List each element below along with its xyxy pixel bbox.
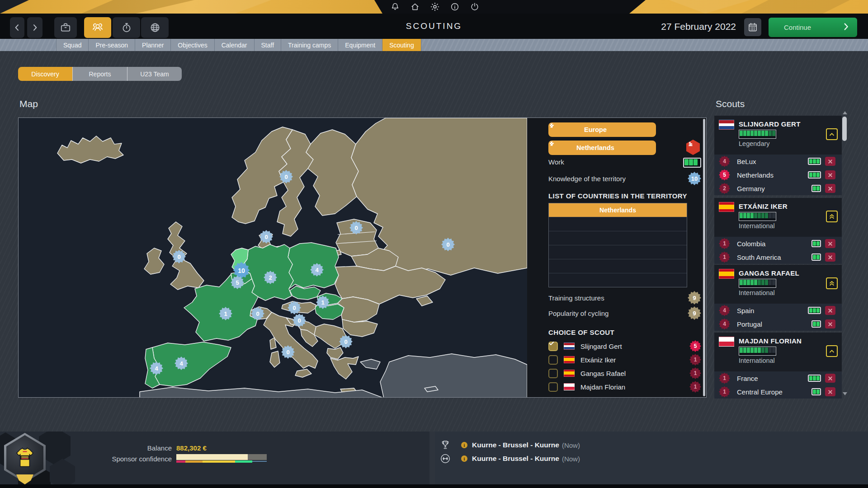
trophy-icon: 1 — [439, 439, 451, 451]
scout-mission-row: 1 Central Europe — [714, 385, 842, 399]
remove-mission-button[interactable] — [825, 374, 835, 383]
info-icon[interactable] — [449, 1, 460, 12]
bell-icon[interactable] — [390, 1, 401, 12]
country-list-item-empty — [549, 217, 687, 231]
tab-equipment[interactable]: Equipment — [338, 39, 382, 51]
calendar-icon-button[interactable] — [744, 18, 761, 36]
remove-mission-button[interactable] — [825, 170, 835, 179]
subtab-reports[interactable]: Reports — [73, 67, 127, 81]
region-selector[interactable]: Europe — [548, 122, 656, 137]
remove-mission-button[interactable] — [825, 157, 835, 166]
remove-mission-button[interactable] — [825, 253, 835, 262]
mission-progress-bar — [811, 185, 821, 192]
event-name[interactable]: Kuurne - Brussel - Kuurne — [472, 441, 559, 449]
scout-choice-name[interactable]: Slijngard Gert — [580, 343, 689, 350]
scout-choice-name[interactable]: Gangas Rafael — [580, 370, 689, 377]
team-briefcase-button[interactable] — [54, 17, 77, 38]
scouting-nav-button[interactable] — [84, 17, 111, 38]
remove-mission-button[interactable] — [825, 306, 835, 315]
remove-mission-button[interactable] — [825, 319, 835, 328]
scout-card-header[interactable]: GANGAS RAFAEL International — [714, 265, 842, 304]
country-list-item-empty — [549, 245, 687, 259]
scout-choice-count-badge: 1 — [689, 381, 701, 393]
tab-staff[interactable]: Staff — [255, 39, 282, 51]
tab-objectives[interactable]: Objectives — [171, 39, 214, 51]
scout-level: Legendary — [739, 140, 770, 147]
chevron-right-icon — [841, 22, 851, 33]
country-selector[interactable]: Netherlands — [548, 141, 656, 155]
settings-gear-icon[interactable] — [429, 1, 440, 12]
scout-choice-row: Slijngard Gert 5 — [548, 340, 701, 352]
balance-value: 882,302 € — [176, 444, 207, 452]
poland-flag-icon — [719, 337, 734, 347]
collapse-double-button[interactable] — [826, 211, 838, 222]
mission-count-badge: 4 — [719, 319, 730, 330]
scout-level: International — [739, 357, 775, 364]
scout-choice-name[interactable]: Etxániz Iker — [580, 356, 689, 364]
scout-mission-row: 2 Germany — [714, 182, 842, 195]
home-icon[interactable] — [410, 1, 420, 12]
balance-label: Balance — [81, 444, 172, 452]
subtab-discovery[interactable]: Discovery — [18, 67, 73, 81]
event-time: (Now) — [562, 455, 580, 463]
stopwatch-button[interactable] — [113, 17, 140, 38]
scroll-down-arrow[interactable] — [843, 392, 847, 395]
collapse-double-button[interactable] — [826, 277, 838, 289]
scouts-scrollbar-thumb[interactable] — [842, 117, 847, 141]
scout-card-header[interactable]: MAJDAN FLORIAN International — [714, 333, 842, 371]
scout-name: MAJDAN FLORIAN — [739, 337, 802, 345]
scout-checkbox[interactable] — [548, 355, 558, 365]
event-name[interactable]: Kuurne - Brussel - Kuurne — [472, 455, 559, 463]
back-button[interactable] — [10, 17, 24, 38]
country-list-item-empty — [549, 231, 687, 245]
spain-flag-icon — [564, 356, 575, 363]
forward-button[interactable] — [27, 17, 42, 38]
scout-skill-bar — [739, 279, 776, 288]
mission-territory: Portugal — [737, 320, 811, 328]
remove-mission-button[interactable] — [825, 239, 835, 248]
scout-choice-row: Etxániz Iker 1 — [548, 354, 701, 366]
country-list-item-selected[interactable]: Netherlands — [549, 203, 687, 217]
scout-checkbox[interactable] — [548, 342, 558, 351]
tab-training-camps[interactable]: Training camps — [281, 39, 338, 51]
europe-map[interactable]: 0 0 0 0 0 10 5 2 4 1 0 0 0 1 0 0 4 4 Eur… — [18, 117, 707, 398]
content-area: Discovery Reports U23 Team Map Scouts — [0, 51, 868, 432]
tab-pre-season[interactable]: Pre-season — [89, 39, 135, 51]
power-icon[interactable] — [469, 1, 480, 12]
map-scroll-bar[interactable] — [703, 119, 705, 396]
tab-calendar[interactable]: Calendar — [215, 39, 255, 51]
subtab-u23-team[interactable]: U23 Team — [127, 67, 182, 81]
tab-planner[interactable]: Planner — [135, 39, 171, 51]
scroll-up-arrow[interactable] — [843, 111, 847, 114]
mission-progress-bar — [808, 158, 821, 165]
remove-mission-button[interactable] — [825, 184, 835, 193]
work-label: Work — [548, 158, 564, 166]
knowledge-badge: 10 — [688, 172, 701, 185]
continue-button[interactable]: Continue — [769, 18, 857, 37]
scout-mission-row: 4 BeLux — [714, 155, 842, 168]
globe-button[interactable] — [141, 17, 169, 38]
country-report-icon[interactable] — [686, 140, 700, 155]
tab-scouting[interactable]: Scouting — [382, 39, 421, 51]
remove-mission-button[interactable] — [825, 387, 835, 396]
scout-card-header[interactable]: SLIJNGARD GERT Legendary — [714, 116, 842, 155]
tab-squad[interactable]: Squad — [56, 39, 89, 51]
svg-text:1: 1 — [444, 441, 446, 444]
scout-checkbox[interactable] — [548, 369, 558, 378]
mission-count-badge: 4 — [719, 305, 730, 316]
mission-progress-bar — [808, 171, 821, 178]
collapse-button[interactable] — [826, 345, 838, 357]
popularity-badge: 9 — [688, 306, 701, 320]
scout-level: International — [739, 222, 775, 230]
home-trainer-icon — [439, 453, 451, 465]
scout-choice-name[interactable]: Majdan Florian — [580, 383, 689, 391]
info-dot-icon: i — [461, 455, 467, 462]
mission-progress-bar — [811, 240, 821, 247]
event-row[interactable]: 1 i Kuurne - Brussel - Kuurne (Now) — [439, 439, 580, 451]
scout-card-header[interactable]: ETXÁNIZ IKER International — [714, 198, 842, 237]
event-row[interactable]: i Kuurne - Brussel - Kuurne (Now) — [439, 453, 580, 465]
collapse-button[interactable] — [826, 128, 838, 140]
scout-skill-bar — [739, 347, 776, 356]
navigation-bar: SCOUTING 27 February 2022 Continue — [0, 14, 868, 39]
scout-checkbox[interactable] — [548, 382, 558, 392]
